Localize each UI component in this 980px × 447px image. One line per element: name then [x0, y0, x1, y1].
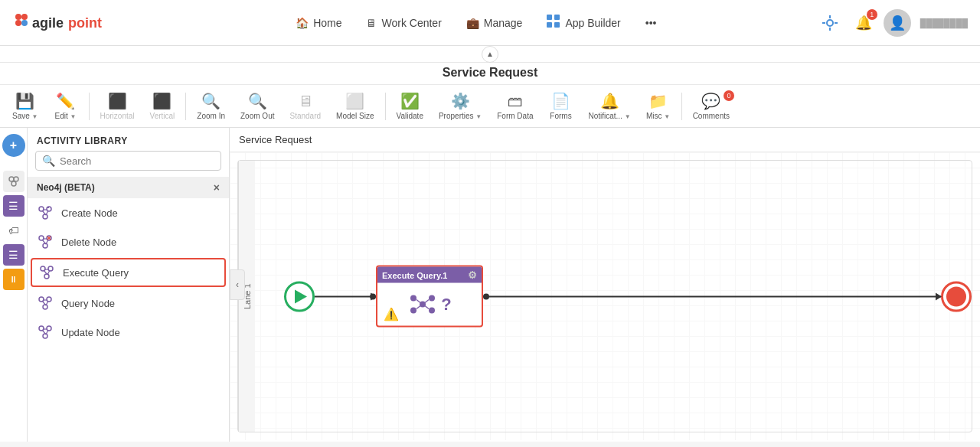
comments-button[interactable]: 💬 0 Comments	[687, 89, 736, 123]
forms-icon: 📄	[551, 92, 570, 110]
tag-icon-strip[interactable]: 🏷	[3, 220, 24, 241]
save-icon: 💾	[15, 92, 34, 110]
doc-icon: ☰	[8, 249, 18, 261]
svg-point-55	[410, 308, 416, 314]
forms-button[interactable]: 📄 Forms	[542, 89, 579, 123]
execute-query-item[interactable]: Execute Query	[31, 258, 226, 287]
left-strip: + ☰ 🏷 ☰ II	[0, 128, 28, 442]
node-warning-icon: ⚠️	[384, 307, 399, 321]
svg-line-51	[46, 330, 48, 334]
chevron-left-icon: ‹	[236, 279, 239, 290]
chevron-up-button[interactable]: ▲	[482, 46, 498, 63]
standard-button[interactable]: 🖥 Standard	[283, 90, 327, 123]
node-header: Execute Query.1 ⚙	[377, 267, 482, 283]
svg-line-58	[425, 300, 429, 303]
create-node-item[interactable]: Create Node	[28, 198, 229, 227]
neo4j-group-header: Neo4j (BETA) ×	[28, 177, 229, 198]
activity-panel: ACTIVITY LIBRARY 🔍 Neo4j (BETA) ×	[28, 128, 230, 442]
home-icon: 🏠	[296, 17, 309, 29]
horizontal-button[interactable]: ⬛ Horizontal	[94, 89, 141, 123]
integration-button[interactable]	[816, 9, 844, 37]
nav-more[interactable]: •••	[635, 12, 668, 34]
svg-point-15	[9, 177, 14, 181]
svg-rect-7	[554, 15, 560, 20]
execute-query-node[interactable]: Execute Query.1 ⚙	[376, 266, 483, 328]
workflow: Execute Query.1 ⚙	[284, 266, 972, 328]
nav-home[interactable]: 🏠 Home	[285, 12, 352, 34]
svg-point-28	[43, 243, 47, 248]
svg-point-56	[429, 308, 435, 314]
zoom-in-button[interactable]: 🔍 Zoom In	[191, 89, 231, 123]
svg-line-59	[416, 306, 420, 309]
add-button[interactable]: +	[2, 134, 25, 157]
model-size-icon: ⬜	[345, 92, 364, 110]
edit-icon: ✏️	[56, 92, 75, 110]
properties-button[interactable]: ⚙️ Properties ▼	[433, 89, 488, 123]
edit-button[interactable]: ✏️ Edit ▼	[47, 89, 84, 123]
query-node-item[interactable]: Query Node	[28, 289, 229, 318]
search-icon: 🔍	[42, 155, 55, 167]
comments-icon: 💬	[701, 92, 720, 110]
update-node-item[interactable]: Update Node	[28, 318, 229, 347]
form-data-button[interactable]: 🗃 Form Data	[491, 90, 539, 123]
svg-line-45	[46, 301, 48, 305]
svg-rect-9	[554, 22, 560, 28]
svg-point-10	[827, 20, 833, 26]
logo-svg: agile point	[12, 11, 112, 35]
more-icon: •••	[645, 17, 657, 29]
vertical-button[interactable]: ⬛ Vertical	[144, 89, 181, 123]
user-avatar[interactable]: 👤	[884, 9, 911, 37]
dot-1	[370, 293, 376, 299]
notification-button[interactable]: 🔔 1	[850, 9, 877, 37]
node-gear-icon[interactable]: ⚙	[468, 269, 477, 281]
model-size-button[interactable]: ⬜ Model Size	[330, 89, 380, 123]
zoom-out-button[interactable]: 🔍 Zoom Out	[234, 89, 280, 123]
svg-point-54	[429, 295, 435, 302]
nav-work-center-label: Work Center	[381, 17, 441, 29]
svg-point-18	[39, 207, 44, 211]
list-icon-strip[interactable]: ☰	[3, 195, 24, 217]
end-node[interactable]	[941, 281, 972, 312]
nav-app-builder[interactable]: App Builder	[536, 10, 631, 35]
activity-list: Neo4j (BETA) × Create Node	[28, 177, 229, 442]
validate-button[interactable]: ✅ Validate	[390, 89, 430, 123]
search-input[interactable]	[60, 155, 214, 167]
svg-point-41	[47, 297, 51, 302]
logo[interactable]: agile point	[12, 11, 112, 35]
comments-badge: 0	[724, 90, 734, 101]
start-node[interactable]	[284, 281, 315, 312]
svg-point-0	[15, 14, 21, 20]
svg-point-46	[39, 326, 44, 331]
lane: Lane 1 Execute	[237, 160, 972, 432]
tag-icon: 🏷	[8, 224, 19, 237]
canvas-content[interactable]: Lane 1 Execute	[230, 152, 980, 440]
notifications-button[interactable]: 🔔 Notificat... ▼	[582, 89, 636, 123]
query-node-icon	[37, 295, 54, 312]
nav-work-center[interactable]: 🖥 Work Center	[355, 12, 452, 34]
doc-icon-strip[interactable]: ☰	[3, 244, 24, 266]
svg-text:agile: agile	[32, 15, 64, 31]
nav-home-label: Home	[313, 17, 341, 29]
main-layout: + ☰ 🏷 ☰ II ACTIVITY LIBRARY 🔍	[0, 128, 980, 442]
list-icon: ☰	[8, 200, 18, 212]
nav-links: 🏠 Home 🖥 Work Center 💼 Manage App Builde…	[136, 10, 816, 35]
nav-manage[interactable]: 💼 Manage	[456, 12, 534, 34]
svg-line-23	[46, 210, 48, 215]
id-icon-strip[interactable]: II	[3, 269, 24, 290]
neo4j-icon-strip[interactable]	[3, 171, 24, 192]
node-title: Execute Query.1	[382, 270, 447, 279]
collapse-panel-button[interactable]: ‹	[230, 269, 245, 300]
misc-button[interactable]: 📁 Misc ▼	[640, 89, 677, 123]
group-close-button[interactable]: ×	[214, 181, 220, 194]
canvas-area: Service Request Lane 1	[230, 128, 980, 442]
comments-label: Comments	[693, 112, 730, 120]
svg-line-60	[425, 306, 429, 309]
save-button[interactable]: 💾 Save ▼	[6, 89, 44, 123]
node-question-icon: ?	[441, 295, 451, 315]
delete-node-item[interactable]: Delete Node	[28, 227, 229, 256]
node-body: ? ⚠️	[377, 283, 482, 326]
nav-app-builder-label: App Builder	[565, 17, 620, 29]
separator-2	[185, 93, 186, 120]
svg-line-31	[46, 240, 48, 244]
grid-icon	[547, 15, 560, 31]
